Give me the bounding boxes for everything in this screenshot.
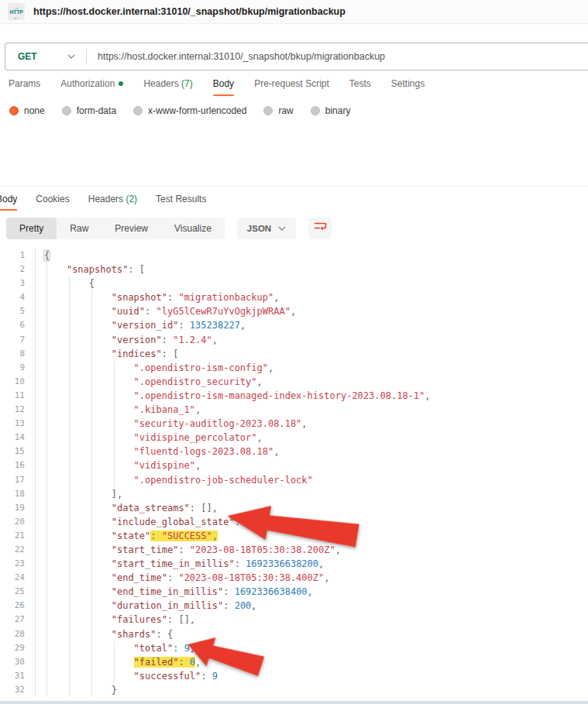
response-tab-cookies[interactable]: Cookies [36,194,69,211]
line-number: 13 [0,417,36,431]
code-line: 25 "end_time_in_millis": 1692336638400, [0,585,588,599]
response-tab-test-results[interactable]: Test Results [156,194,206,211]
method-label: GET [18,51,37,62]
view-pretty[interactable]: Pretty [6,218,57,239]
tab-label: Authorization [60,78,115,89]
code-line: 5 "uuid": "lyG5lCewR7uYvOgkjpWRAA", [0,304,588,318]
line-number: 16 [0,458,36,472]
tab-pre-request-script[interactable]: Pre-request Script [254,78,329,96]
format-dropdown[interactable]: JSON [237,218,296,239]
line-number: 3 [0,276,36,290]
line-number: 26 [0,599,36,613]
line-number: 27 [0,613,36,627]
code-lines: 1{2 "snapshots": [3 {4 "snapshot": "migr… [0,249,588,697]
line-number: 19 [0,501,36,515]
tab-label: Body [213,78,234,89]
headers-count: (2) [126,194,137,204]
body-mode-x-www-form-urlencoded[interactable]: x-www-form-urlencoded [133,105,246,116]
request-tabs: Params Authorization Headers (7) Body Pr… [0,70,588,96]
tab-label: Cookies [36,194,69,204]
mode-label: none [24,105,45,116]
line-number: 22 [0,543,36,557]
line-number: 28 [0,627,36,641]
view-mode-switcher: Pretty Raw Preview Visualize [6,218,225,239]
line-number: 11 [0,389,36,403]
tab-headers[interactable]: Headers (7) [143,78,192,96]
code-line: 1{ [0,249,588,263]
tab-params[interactable]: Params [9,78,40,96]
request-tab-header: → HTTP ← https://host.docker.internal:31… [0,0,588,24]
radio-icon [62,106,71,115]
tab-label: Params [9,78,40,89]
response-body-code: 1{2 "snapshots": [3 {4 "snapshot": "migr… [0,249,588,697]
line-number: 17 [0,473,36,487]
tab-label: Pre-request Script [254,78,329,89]
response-tabs: Body Cookies Headers (2) Test Results [0,187,588,211]
format-label: JSON [247,224,271,233]
http-icon-label: HTTP [9,9,22,15]
body-mode-binary[interactable]: binary [311,105,351,116]
url-input[interactable] [87,51,588,62]
tab-label: Settings [391,78,425,89]
tab-tests[interactable]: Tests [349,78,371,96]
chevron-down-icon [67,54,75,59]
code-line: 11 ".opendistro-ism-managed-index-histor… [0,389,588,403]
body-mode-form-data[interactable]: form-data [62,105,116,116]
url-bar: GET [5,43,588,70]
line-number: 31 [0,669,36,683]
code-line: 29 "total": 9, [0,641,588,655]
line-number: 12 [0,403,36,417]
code-line: 18 ], [0,487,588,501]
line-number: 30 [0,655,36,669]
line-number: 15 [0,445,36,458]
code-line: 27 "failures": [], [0,613,588,627]
radio-icon [133,106,143,115]
line-number: 7 [0,333,36,347]
line-number: 6 [0,318,36,332]
code-line: 14 "vidispine_percolator", [0,431,588,445]
body-mode-options: none form-data x-www-form-urlencoded raw… [0,96,588,119]
code-line: 2 "snapshots": [ [0,263,588,276]
body-mode-raw[interactable]: raw [263,105,293,116]
method-dropdown[interactable]: GET [5,43,86,70]
line-number: 24 [0,571,36,585]
tab-label: Tests [349,78,371,89]
tab-label: Headers [88,194,123,204]
code-line: 4 "snapshot": "migrationbackup", [0,290,588,304]
arrow-left-glyph: ← [14,15,19,19]
headers-count: (7) [181,78,193,89]
view-preview[interactable]: Preview [101,218,161,239]
tab-settings[interactable]: Settings [391,78,425,96]
wrap-lines-button[interactable] [308,218,332,239]
tab-authorization[interactable]: Authorization [60,78,123,96]
code-line: 26 "duration_in_millis": 200, [0,599,588,613]
code-line: 32 } [0,683,588,697]
line-number: 9 [0,361,36,375]
code-line: 6 "version_id": 135238227, [0,318,588,332]
code-line: 10 ".opendistro_security", [0,375,588,389]
line-number: 23 [0,557,36,571]
code-line: 3 { [0,276,588,290]
code-line: 23 "start_time_in_millis": 1692336638200… [0,557,588,571]
chevron-down-icon [278,226,286,231]
code-line: 30 "failed": 0, [0,655,588,669]
tab-label: Headers [143,78,178,89]
code-line: 15 "fluentd-logs-2023.08.18", [0,445,588,458]
line-number: 20 [0,515,36,529]
view-raw[interactable]: Raw [57,218,101,239]
response-tab-headers[interactable]: Headers (2) [88,194,137,211]
radio-icon [263,106,273,115]
mode-label: form-data [77,105,116,116]
view-visualize[interactable]: Visualize [161,218,225,239]
code-line: 31 "successful": 9 [0,669,588,683]
code-line: 8 "indices": [ [0,347,588,361]
line-number: 1 [0,249,36,263]
response-view-bar: Pretty Raw Preview Visualize JSON [6,218,588,239]
tab-body[interactable]: Body [213,78,234,96]
response-tab-body[interactable]: Body [0,194,17,211]
body-mode-none[interactable]: none [9,105,45,116]
code-line: 9 ".opendistro-ism-config", [0,361,588,375]
line-number: 14 [0,431,36,445]
code-line: 28 "shards": { [0,627,588,641]
line-number: 4 [0,290,36,304]
